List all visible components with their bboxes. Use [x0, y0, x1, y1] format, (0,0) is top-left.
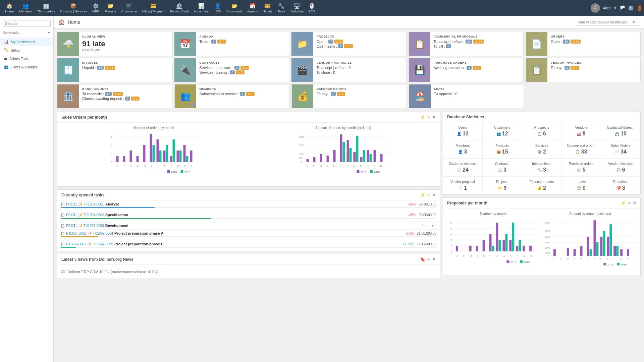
card-invoices[interactable]: 🧾 INVOICES Unpaid : 13 ⚠ 13 [57, 58, 172, 82]
tasks-add-icon[interactable]: + [427, 192, 430, 197]
stat-customers[interactable]: Customers 👥 12 [483, 122, 522, 140]
card-agenda[interactable]: 📅 AGENDA To do : 4 ⚠ 4 [174, 32, 289, 56]
nav-item-products[interactable]: 📦 Products | Services [57, 2, 90, 14]
task-id-link[interactable]: TK1007-0002 [84, 213, 104, 217]
stat-purchase-orders[interactable]: Purchase orders 🛒 5 [561, 159, 601, 176]
nav-item-hrm[interactable]: 👤 HRM [212, 2, 224, 14]
task-proj-link[interactable]: PROJ1 [66, 213, 77, 217]
card-projects[interactable]: 📁 PROJECTS Open : 7 ⚠ 1 Open tasks : 2 ⚠… [291, 32, 406, 56]
stat-prospects[interactable]: Prospects 📋 6 [522, 122, 561, 140]
news-bookmark-icon[interactable]: 🔖 [420, 257, 425, 262]
stat-sales-orders[interactable]: Sales Orders 📄 34 [601, 140, 640, 158]
stat-leave[interactable]: Leave 🏖️ 0 [561, 177, 601, 194]
nav-item-documents[interactable]: 📂 Documents [224, 2, 245, 14]
svg-rect-59 [350, 148, 352, 162]
svg-rect-63 [363, 150, 365, 162]
stat-services[interactable]: Services ⚙️ 2 [522, 140, 561, 158]
proposals-close-icon[interactable]: ✕ [633, 200, 636, 205]
sidebar-item-users-groups[interactable]: 👥 Users & Groups [0, 63, 53, 71]
stat-vendors-invoices[interactable]: Vendors invoices 📋 6 [601, 159, 640, 176]
username[interactable]: Alice [603, 6, 611, 10]
stat-donations[interactable]: Donations 💝 3 [601, 177, 640, 194]
add-chart-icon[interactable]: + [427, 115, 430, 120]
nav-item-third-parties[interactable]: 🏢 Third-parties [35, 2, 57, 14]
task-proj-link[interactable]: PROJ1 [66, 224, 77, 228]
tasks-close-icon[interactable]: ✕ [432, 192, 436, 197]
task-id-link[interactable]: TK1607-0005 [93, 242, 113, 246]
bookmarks-section[interactable]: Bookmarks ▼ [0, 29, 53, 36]
stat-vendors[interactable]: Vendors 🏭 8 [561, 122, 601, 140]
task-id-link[interactable]: TK1607-0004 [93, 232, 113, 235]
task-proj-link[interactable]: PROJ1 [66, 202, 77, 206]
avatar[interactable]: A [591, 3, 600, 13]
card-commercial-proposals[interactable]: 📋 COMMERCIAL PROPOSALS To accept | refus… [409, 32, 524, 56]
logout-icon[interactable]: 🚪 [636, 5, 642, 11]
stat-contracts[interactable]: Contracts 📃 3 [483, 159, 522, 176]
svg-rect-51 [307, 159, 309, 162]
close-chart-icon[interactable]: ✕ [432, 115, 436, 120]
nav-item-billing[interactable]: 💳 Billing | Payment [139, 2, 168, 14]
stat-expense-reports[interactable]: Expense reports 💰 2 [522, 177, 561, 194]
stat-customer-invoices[interactable]: Customer invoices 🧾 24 [443, 159, 482, 176]
card-expense-report[interactable]: 💰 EXPENSE REPORT To pay : 1 ⚠ 1 [291, 84, 407, 108]
stat-products[interactable]: Products 📦 15 [483, 140, 522, 158]
card-purchase-orders[interactable]: 💾 PURCHASE ORDERS Awaiting reception : 1… [409, 58, 524, 82]
svg-text:2500: 2500 [545, 230, 550, 232]
card-global-view[interactable]: 🌩️ GLOBAL VIEW 91 late 83.49% late [57, 32, 172, 56]
news-add-icon[interactable]: + [427, 257, 430, 262]
stat-projects[interactable]: Projects 📁 9 [483, 177, 522, 194]
nav-item-accounting[interactable]: 📊 Accounting [191, 2, 212, 14]
card-leave[interactable]: 🏖️ LEAVE To approve : 0 [409, 84, 524, 108]
filter-icon[interactable]: ⚡ [420, 115, 425, 120]
nav-item-pos[interactable]: 🖱️ POS [306, 2, 318, 14]
card-vendor-invoices[interactable]: 📋 VENDOR INVOICES To pay : 2 ⚠ 4 [526, 58, 641, 82]
stat-vendor-proposal[interactable]: Vendor proposal 📄 1 [443, 177, 482, 194]
task-id-link[interactable]: TK1007-0003 [84, 224, 104, 228]
svg-text:A: A [477, 255, 478, 257]
nav-item-ticket[interactable]: 🎫 Ticket [261, 2, 275, 14]
nav-item-projects[interactable]: 📁 Projects [102, 2, 119, 14]
main-content: 🏠 Home Add widget to your dashboard... ▼… [54, 16, 644, 362]
sidebar-item-dashboard[interactable]: 📊 My Dashboard [0, 38, 53, 46]
breadcrumb-home-icon[interactable]: 🏠 [58, 19, 65, 25]
flag-icon: 🏳️ [620, 5, 625, 11]
nav-item-websites[interactable]: 🖥️ Websites [288, 2, 306, 14]
tasks-filter-icon[interactable]: ⚡ [420, 192, 425, 197]
card-title: BANK ACCOUNT [82, 87, 169, 90]
proposals-filter-icon[interactable]: ⚡ [621, 200, 626, 205]
nav-item-members[interactable]: 👥 Members [17, 2, 35, 14]
settings-icon[interactable]: ⚙️ [628, 5, 634, 11]
svg-text:J: J [157, 165, 159, 167]
card-vendor-proposals[interactable]: 🎬 VENDOR PROPOSALS To accept | refuse : … [291, 58, 406, 82]
task-proj-link[interactable]: PJ1607-0001 [66, 232, 86, 235]
stat-commercial-props[interactable]: Commercial prop... 📋 33 [561, 140, 601, 158]
svg-rect-143 [574, 249, 576, 256]
nav-item-agenda[interactable]: 📅 Agenda [245, 2, 261, 14]
stat-contacts[interactable]: Contacts/Addres... 📇 10 [601, 122, 640, 140]
card-orders[interactable]: 📄 ORDERS Open : 35 ⚠ 23 [526, 32, 641, 56]
sidebar-item-admin-tools[interactable]: ☰ Admin Tools [0, 54, 53, 63]
stat-members[interactable]: Members 👤 3 [443, 140, 482, 158]
page-title: Home [68, 19, 80, 25]
nav-item-home[interactable]: 🏠 Home [2, 2, 17, 14]
task-id-link[interactable]: TK1007-0001 [84, 202, 104, 206]
stat-users[interactable]: Users 👤 12 [443, 122, 482, 140]
card-contracts[interactable]: 🔌 CONTRACTS Services to activate : 2 ⚠ 2… [174, 58, 289, 82]
card-members[interactable]: 👥 2 MEMBERS Subscription to receive : 3 … [174, 84, 290, 108]
add-widget-button[interactable]: Add widget to your dashboard... ▼ [575, 19, 639, 25]
card-bank-account[interactable]: 🏦 BANK ACCOUNT To reconcile : 17 ⚠ 12 Ch… [57, 84, 172, 108]
svg-text:O: O [177, 165, 179, 167]
stat-interventions[interactable]: Interventions 🔧 3 [522, 159, 561, 176]
search-input[interactable] [3, 20, 51, 27]
nav-item-banks[interactable]: 🏦 Banks | Cash [168, 2, 191, 14]
nav-item-tools[interactable]: 🔧 Tools [275, 2, 288, 14]
nav-item-commerce[interactable]: 🛒 Commerce [119, 2, 139, 14]
svg-rect-102 [496, 223, 498, 251]
svg-text:S: S [171, 165, 172, 167]
sidebar-item-setup[interactable]: ✏️ Setup [0, 46, 53, 54]
task-proj-link[interactable]: PJ1607-0001 [66, 242, 86, 246]
svg-text:J: J [347, 165, 348, 167]
news-close-icon[interactable]: ✕ [432, 257, 436, 262]
proposals-add-icon[interactable]: + [628, 200, 631, 205]
nav-item-mrp[interactable]: ⚙️ MRP [90, 2, 102, 14]
